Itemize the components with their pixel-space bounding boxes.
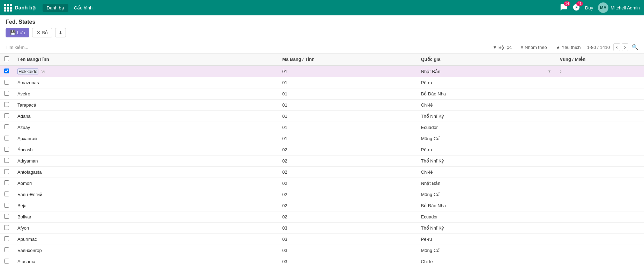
- select-all-header[interactable]: [0, 53, 13, 65]
- row-checkbox[interactable]: [4, 158, 9, 163]
- table-row[interactable]: Aveiro01Bồ Đào Nha: [0, 88, 644, 100]
- row-country-cell: Chi-lê: [417, 167, 556, 178]
- favorite-button[interactable]: ★ Yêu thích: [553, 44, 584, 51]
- row-region-cell: [555, 223, 644, 234]
- download-button[interactable]: ⬇: [55, 28, 66, 37]
- row-checkbox[interactable]: [4, 169, 9, 174]
- next-page-button[interactable]: ›: [622, 43, 628, 51]
- row-checkbox-cell: [0, 156, 13, 167]
- nav-menu: Danh bạ Cấu hình: [43, 4, 97, 12]
- expand-arrow-icon[interactable]: ›: [560, 68, 561, 74]
- row-checkbox[interactable]: [4, 136, 9, 140]
- country-name: Nhật Bản: [421, 69, 441, 74]
- nav-item-config[interactable]: Cấu hình: [70, 4, 97, 12]
- row-checkbox[interactable]: [4, 91, 9, 96]
- row-checkbox[interactable]: [4, 247, 9, 252]
- row-country-cell: Thổ Nhĩ Kỳ: [417, 111, 556, 122]
- activity-icon[interactable]: 41: [572, 3, 580, 12]
- row-country-cell: Thổ Nhĩ Kỳ: [417, 223, 556, 234]
- col-header-region[interactable]: Vùng / Miền: [555, 53, 644, 65]
- table-row[interactable]: Bolivar02Ecuador: [0, 211, 644, 223]
- row-region-cell: [555, 200, 644, 211]
- col-header-name[interactable]: Tên Bang/Tỉnh: [13, 53, 278, 65]
- col-header-code[interactable]: Mã Bang / Tỉnh: [278, 53, 417, 65]
- row-name-cell: Atacama: [13, 256, 278, 265]
- row-checkbox-cell: [0, 245, 13, 256]
- row-country-cell: Ecuador: [417, 122, 556, 133]
- row-checkbox[interactable]: [4, 80, 9, 85]
- subheader: Fed. States 💾 Lưu ✕ Bỏ ⬇: [0, 15, 644, 41]
- row-country-cell: Ecuador: [417, 211, 556, 223]
- table-container: Tên Bang/Tỉnh Mã Bang / Tỉnh Quốc gia Vù…: [0, 53, 644, 265]
- row-name-cell: Архангай: [13, 133, 278, 144]
- table-row[interactable]: Áncash02Pê-ru: [0, 144, 644, 156]
- row-checkbox[interactable]: [4, 68, 9, 73]
- row-checkbox[interactable]: [4, 214, 9, 219]
- pagination-nav: ‹ ›: [613, 43, 628, 51]
- row-name-cell: Azuay: [13, 122, 278, 133]
- row-region-cell: [555, 178, 644, 189]
- row-checkbox-cell: [0, 200, 13, 211]
- user-duy[interactable]: Duy: [585, 5, 593, 10]
- table-row[interactable]: Apurímac03Pê-ru: [0, 234, 644, 245]
- row-name-cell: Bolivar: [13, 211, 278, 223]
- table-row[interactable]: Beja02Bồ Đào Nha: [0, 200, 644, 211]
- row-region-cell: [555, 77, 644, 88]
- row-checkbox[interactable]: [4, 147, 9, 152]
- country-dropdown-arrow[interactable]: ▼: [548, 69, 552, 73]
- table-row[interactable]: Adıyaman02Thổ Nhĩ Kỳ: [0, 156, 644, 167]
- search-magnifier-icon[interactable]: 🔍: [632, 44, 638, 50]
- table-row[interactable]: Atacama03Chi-lê: [0, 256, 644, 265]
- row-checkbox[interactable]: [4, 102, 9, 107]
- user-avatar: MA: [598, 2, 608, 13]
- col-header-country[interactable]: Quốc gia: [417, 53, 556, 65]
- table-row[interactable]: Antofagasta02Chi-lê: [0, 167, 644, 178]
- prev-page-button[interactable]: ‹: [613, 43, 620, 51]
- user-admin[interactable]: MA Mitchell Admin: [598, 2, 640, 13]
- row-code-cell: 01: [278, 88, 417, 100]
- table-row[interactable]: Amazonas01Pê-ru: [0, 77, 644, 88]
- table-row[interactable]: HokkaidoVi01Nhật Bản▼›: [0, 65, 644, 77]
- row-checkbox[interactable]: [4, 203, 9, 208]
- row-checkbox[interactable]: [4, 113, 9, 118]
- toolbar: 💾 Lưu ✕ Bỏ ⬇: [6, 28, 638, 37]
- table-row[interactable]: Баян-Өлгий02Mông Cổ: [0, 189, 644, 200]
- discard-button[interactable]: ✕ Bỏ: [32, 28, 52, 37]
- table-row[interactable]: Aomori02Nhật Bản: [0, 178, 644, 189]
- select-all-checkbox[interactable]: [4, 56, 9, 61]
- row-checkbox[interactable]: [4, 192, 9, 196]
- row-checkbox[interactable]: [4, 124, 9, 129]
- highlighted-name: Hokkaido: [17, 68, 38, 74]
- activity-badge: 41: [576, 1, 583, 6]
- nav-item-contacts[interactable]: Danh bạ: [43, 4, 68, 12]
- row-code-cell: 01: [278, 122, 417, 133]
- app-logo[interactable]: Danh bạ: [4, 4, 36, 12]
- row-checkbox[interactable]: [4, 225, 9, 230]
- page-title: Fed. States: [6, 19, 638, 25]
- code-hint: Vi: [41, 69, 45, 74]
- search-input[interactable]: [6, 45, 215, 50]
- row-checkbox[interactable]: [4, 180, 9, 185]
- row-code-cell: 03: [278, 245, 417, 256]
- group-by-button[interactable]: ≡ Nhóm theo: [518, 44, 549, 51]
- table-row[interactable]: Архангай01Mông Cổ: [0, 133, 644, 144]
- filter-button[interactable]: ▼ Bộ lọc: [490, 44, 515, 51]
- table-row[interactable]: Azuay01Ecuador: [0, 122, 644, 133]
- row-checkbox-cell: [0, 77, 13, 88]
- row-checkbox[interactable]: [4, 259, 9, 264]
- table-row[interactable]: Adana01Thổ Nhĩ Kỳ: [0, 111, 644, 122]
- row-region-cell: [555, 133, 644, 144]
- table-row[interactable]: Afyon03Thổ Nhĩ Kỳ: [0, 223, 644, 234]
- row-checkbox-cell: [0, 65, 13, 77]
- table-row[interactable]: Tarapacá01Chi-lê: [0, 100, 644, 111]
- table-row[interactable]: Баянхонгор03Mông Cổ: [0, 245, 644, 256]
- row-country-cell: Bồ Đào Nha: [417, 88, 556, 100]
- messages-icon[interactable]: 14: [560, 3, 568, 12]
- row-name-cell: Beja: [13, 200, 278, 211]
- row-country-cell: Nhật Bản▼: [417, 65, 556, 77]
- row-checkbox-cell: [0, 167, 13, 178]
- row-checkbox[interactable]: [4, 236, 9, 241]
- row-checkbox-cell: [0, 211, 13, 223]
- row-name-cell: Áncash: [13, 144, 278, 156]
- save-button[interactable]: 💾 Lưu: [6, 28, 29, 37]
